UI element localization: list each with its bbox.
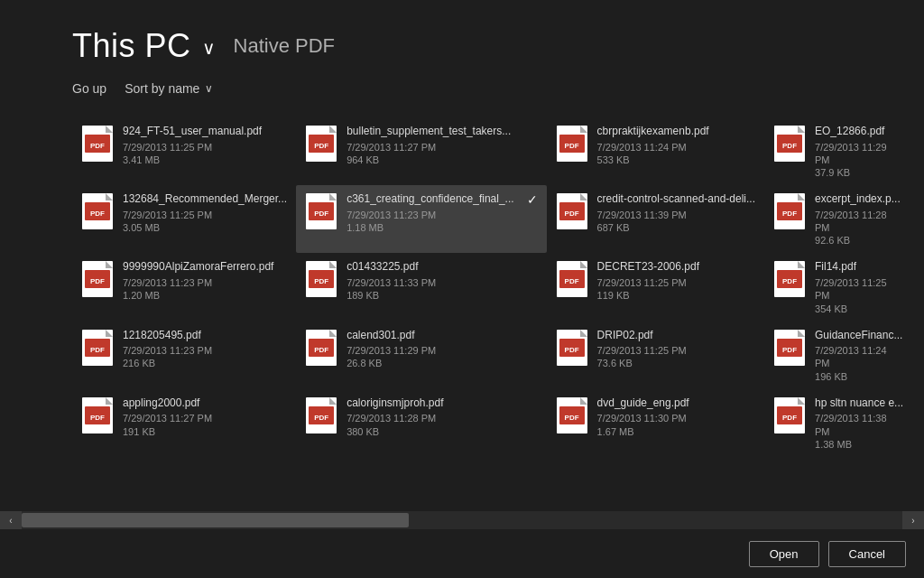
file-size: 1.18 MB [346,222,513,233]
file-date: 7/29/2013 11:33 PM [346,276,537,289]
file-name: DECRET23-2006.pdf [597,260,755,275]
scroll-right-arrow[interactable]: › [902,511,924,529]
file-date: 7/29/2013 11:25 PM [597,276,755,289]
file-item[interactable]: PDFexcerpt_index.p...7/29/2013 11:28 PM9… [764,185,912,253]
file-size: 189 KB [346,290,537,301]
file-item[interactable]: PDFGuidanceFinanc...7/29/2013 11:24 PM19… [764,322,912,389]
pdf-icon: PDF [773,329,806,367]
go-up-button[interactable]: Go up [72,78,106,99]
file-item[interactable]: PDFFil14.pdf7/29/2013 11:25 PM354 KB [764,253,912,321]
file-item[interactable]: PDF1218205495.pdf7/29/2013 11:23 PM216 K… [72,322,296,389]
file-size: 3.05 MB [123,222,287,233]
file-date: 7/29/2013 11:30 PM [597,412,755,424]
cancel-button[interactable]: Cancel [828,541,906,567]
file-name: credit-control-scanned-and-deli... [597,192,755,207]
file-size: 3.41 MB [123,154,287,165]
file-item[interactable]: PDFcaloriginsmjproh.pdf7/29/2013 11:28 P… [296,389,546,457]
open-button[interactable]: Open [749,541,819,567]
pdf-icon: PDF [81,329,114,367]
pdf-icon: PDF [773,125,806,163]
file-item[interactable]: PDFDRIP02.pdf7/29/2013 11:25 PM73.6 KB [547,322,764,389]
file-date: 7/29/2013 11:25 PM [123,209,287,221]
file-name: calend301.pdf [346,329,537,343]
file-size: 354 KB [815,303,903,314]
file-date: 7/29/2013 11:24 PM [597,141,755,154]
file-name: 924_FT-51_user_manual.pdf [123,125,287,139]
sort-button[interactable]: Sort by name ∨ [125,78,213,99]
pdf-icon: PDF [305,192,337,230]
pdf-icon: PDF [773,260,806,298]
file-name: 9999990AlpiZamoraFerrero.pdf [123,260,287,275]
file-item[interactable]: PDF9999990AlpiZamoraFerrero.pdf7/29/2013… [72,253,296,321]
file-date: 7/29/2013 11:23 PM [346,209,513,221]
header: This PC ∨ Native PDF [0,0,924,74]
file-item[interactable]: PDFcbrpraktijkexamenb.pdf7/29/2013 11:24… [547,117,764,185]
file-item[interactable]: PDFc361_creating_confidence_final_...7/2… [296,185,546,253]
file-size: 37.9 KB [815,167,903,178]
sort-label: Sort by name [125,81,199,96]
file-size: 216 KB [123,358,287,368]
file-item[interactable]: PDF132684_Recommended_Merger...7/29/2013… [72,185,296,253]
scroll-left-arrow[interactable]: ‹ [0,511,22,529]
pdf-icon: PDF [81,125,114,163]
file-name: caloriginsmjproh.pdf [346,396,537,411]
file-date: 7/29/2013 11:25 PM [123,141,287,154]
file-size: 687 KB [597,222,755,233]
pdf-icon: PDF [556,329,588,367]
scrollbar-area: ‹ › [0,511,924,529]
file-name: bulletin_supplement_test_takers... [346,125,537,139]
scroll-thumb [22,513,409,527]
file-grid: PDF924_FT-51_user_manual.pdf7/29/2013 11… [72,117,852,457]
pdf-icon: PDF [556,396,588,434]
file-date: 7/29/2013 11:25 PM [815,276,903,303]
file-date: 7/29/2013 11:27 PM [346,141,537,154]
file-item[interactable]: PDFhp sltn nuance e...7/29/2013 11:38 PM… [764,389,912,457]
file-name: EO_12866.pdf [815,125,903,139]
file-size: 119 KB [597,290,755,301]
file-item[interactable]: PDFcalend301.pdf7/29/2013 11:29 PM26.8 K… [296,322,546,389]
file-item[interactable]: PDFbulletin_supplement_test_takers...7/2… [296,117,546,185]
file-item[interactable]: PDFEO_12866.pdf7/29/2013 11:29 PM37.9 KB [764,117,912,185]
pdf-icon: PDF [81,260,114,298]
file-name: appling2000.pdf [123,396,287,411]
file-date: 7/29/2013 11:28 PM [346,412,537,424]
file-date: 7/29/2013 11:23 PM [123,344,287,357]
pdf-icon: PDF [556,260,588,298]
file-name: 132684_Recommended_Merger... [123,192,287,207]
file-date: 7/29/2013 11:24 PM [815,344,903,370]
page-title: This PC [72,27,191,65]
file-item[interactable]: PDFappling2000.pdf7/29/2013 11:27 PM191 … [72,389,296,457]
file-size: 964 KB [346,154,537,165]
file-size: 380 KB [346,426,537,437]
pdf-icon: PDF [81,192,114,230]
pdf-icon: PDF [556,125,588,163]
sort-chevron-icon: ∨ [205,82,213,95]
file-item[interactable]: PDFc01433225.pdf7/29/2013 11:33 PM189 KB [296,253,546,321]
file-date: 7/29/2013 11:25 PM [597,344,755,357]
file-date: 7/29/2013 11:28 PM [815,209,903,235]
toolbar: Go up Sort by name ∨ [0,74,924,108]
file-date: 7/29/2013 11:27 PM [123,412,287,424]
file-size: 73.6 KB [597,358,755,368]
title-chevron-icon[interactable]: ∨ [202,37,216,59]
scroll-track[interactable] [22,511,902,529]
file-item[interactable]: PDFDECRET23-2006.pdf7/29/2013 11:25 PM11… [547,253,764,321]
file-size: 1.67 MB [597,426,755,437]
subtitle: Native PDF [234,34,335,58]
file-size: 1.20 MB [123,290,287,301]
file-size: 1.38 MB [815,439,903,450]
file-area: PDF924_FT-51_user_manual.pdf7/29/2013 11… [0,108,924,497]
file-item[interactable]: PDF924_FT-51_user_manual.pdf7/29/2013 11… [72,117,296,185]
file-item[interactable]: PDFcredit-control-scanned-and-deli...7/2… [547,185,764,253]
pdf-icon: PDF [773,396,806,434]
file-name: c361_creating_confidence_final_... [346,192,513,207]
file-name: DRIP02.pdf [597,329,755,343]
pdf-icon: PDF [556,192,588,230]
file-size: 196 KB [815,371,903,382]
pdf-icon: PDF [305,396,337,434]
file-name: excerpt_index.p... [815,192,903,207]
pdf-icon: PDF [773,192,806,230]
file-item[interactable]: PDFdvd_guide_eng.pdf7/29/2013 11:30 PM1.… [547,389,764,457]
file-name: Fil14.pdf [815,260,903,275]
file-date: 7/29/2013 11:29 PM [815,141,903,167]
